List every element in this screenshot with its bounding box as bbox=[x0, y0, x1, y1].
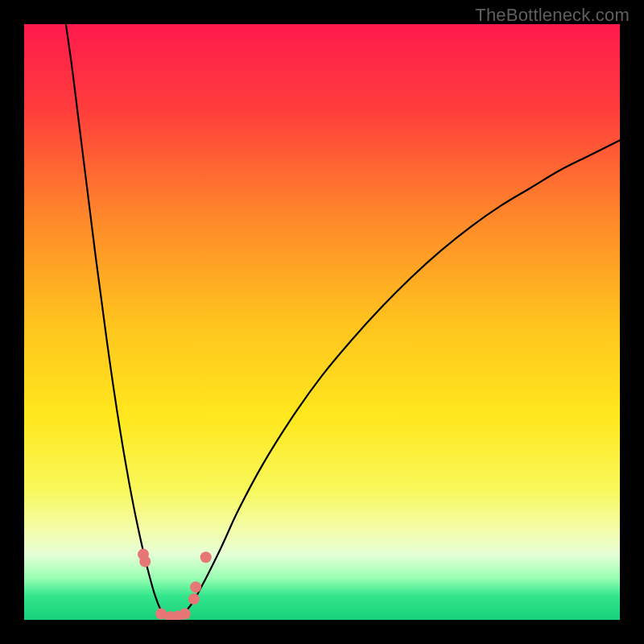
plot-area bbox=[24, 24, 620, 620]
gradient-background bbox=[24, 24, 620, 620]
chart-svg bbox=[24, 24, 620, 620]
watermark-text: TheBottleneck.com bbox=[475, 5, 630, 26]
scatter-point bbox=[180, 609, 191, 620]
scatter-point bbox=[200, 551, 212, 563]
scatter-point bbox=[139, 555, 151, 567]
chart-container: TheBottleneck.com bbox=[0, 0, 644, 644]
scatter-point bbox=[190, 581, 201, 592]
scatter-point bbox=[188, 593, 200, 605]
